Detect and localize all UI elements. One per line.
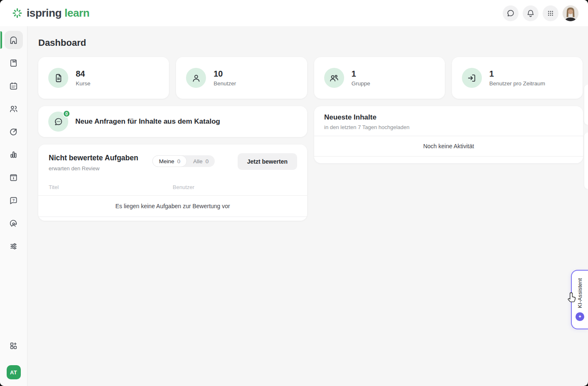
ai-assistant-tab[interactable]: KI-Assistent ✦ — [571, 270, 588, 329]
svg-text:?: ? — [12, 198, 15, 202]
users-icon — [9, 104, 18, 114]
stat-value: 1 — [489, 69, 545, 79]
chat-icon — [506, 9, 515, 18]
tab-count: 0 — [177, 158, 181, 164]
column-title: Titel — [49, 184, 59, 190]
ai-assistant-label: KI-Assistent — [577, 278, 583, 308]
ungraded-tasks-card: Nicht bewertete Aufgaben erwarten den Re… — [38, 144, 307, 221]
latest-content-title: Neueste Inhalte — [324, 113, 573, 122]
sidebar: ? — [0, 26, 27, 386]
tasks-empty-state: Es liegen keine Aufgaben zur Bewertung v… — [38, 195, 307, 217]
home-icon — [9, 35, 18, 45]
target-arrow-icon — [9, 127, 18, 137]
bell-icon — [526, 9, 535, 18]
login-icon — [462, 68, 482, 88]
stat-value: 84 — [76, 69, 90, 79]
book-icon — [9, 58, 18, 68]
sidebar-item-support[interactable] — [5, 214, 23, 232]
add-apps-icon — [9, 341, 18, 351]
apps-launcher-button[interactable] — [543, 5, 558, 21]
stat-card-users[interactable]: 10 Benutzer — [176, 57, 307, 99]
ispring-spinner-icon — [12, 7, 23, 19]
info-board-icon — [9, 173, 18, 182]
brand-logo[interactable]: ispring learn — [12, 7, 89, 20]
page-title: Dashboard — [38, 37, 86, 48]
stat-value: 1 — [352, 69, 370, 79]
tasks-filter-toggle: Meine 0 Alle 0 — [152, 155, 215, 167]
ungraded-tasks-title: Nicht bewertete Aufgaben — [49, 154, 138, 162]
person-icon — [186, 68, 206, 88]
sidebar-item-newsfeed[interactable] — [5, 168, 23, 187]
sidebar-item-calendar[interactable] — [5, 77, 23, 95]
stat-label: Benutzer — [213, 80, 236, 87]
person-orbit-icon — [9, 219, 18, 228]
group-icon — [324, 68, 344, 88]
sidebar-item-settings[interactable] — [5, 237, 23, 255]
calendar-icon — [9, 81, 18, 91]
latest-content-empty-state: Noch keine Aktivität — [314, 136, 583, 157]
latest-content-subtitle: in den letzten 7 Tagen hochgeladen — [324, 124, 573, 130]
sidebar-item-reports[interactable] — [5, 145, 23, 164]
sidebar-item-users[interactable] — [5, 100, 23, 118]
sidebar-item-courses[interactable] — [5, 54, 23, 72]
catalog-requests-card[interactable]: 0 Neue Anfragen für Inhalte aus dem Kata… — [38, 106, 307, 137]
top-bar-actions — [503, 5, 578, 21]
tab-all-tasks[interactable]: Alle 0 — [187, 155, 215, 167]
tasks-table-header: Titel Benutzer — [49, 184, 297, 190]
stats-row: 84 Kurse 10 Benutzer — [38, 57, 583, 99]
sidebar-item-help[interactable]: ? — [5, 191, 23, 209]
app-window: ispring learn — [0, 0, 588, 386]
profile-avatar[interactable] — [563, 5, 578, 21]
top-bar: ispring learn — [0, 0, 588, 26]
latest-content-card: Neueste Inhalte in den letzten 7 Tagen h… — [314, 106, 583, 163]
tab-count: 0 — [206, 158, 209, 164]
peeking-card-edge — [584, 85, 588, 125]
sliders-icon — [9, 242, 18, 251]
requests-count-badge: 0 — [63, 110, 70, 117]
sidebar-item-add-widgets[interactable] — [5, 336, 23, 355]
tab-label: Meine — [159, 158, 174, 164]
rate-now-button[interactable]: Jetzt bewerten — [238, 153, 297, 170]
peeking-card-edge — [584, 132, 588, 189]
column-user: Benutzer — [173, 184, 194, 190]
stat-label: Gruppe — [352, 80, 370, 87]
document-icon — [48, 68, 68, 88]
stat-card-groups[interactable]: 1 Gruppe — [314, 57, 445, 99]
stat-label: Benutzer pro Zeitraum — [489, 80, 545, 87]
sparkle-icon: ✦ — [576, 312, 584, 321]
stat-label: Kurse — [76, 80, 90, 87]
tab-label: Alle — [193, 158, 203, 164]
stat-value: 10 — [213, 69, 236, 79]
notifications-button[interactable] — [523, 5, 538, 21]
ungraded-tasks-subtitle: erwarten den Review — [49, 165, 99, 172]
bar-chart-icon — [9, 150, 18, 159]
messages-button[interactable] — [503, 5, 519, 21]
workspace-avatar[interactable]: AT — [7, 365, 21, 379]
brand-name-secondary: learn — [65, 7, 89, 20]
sidebar-item-goals[interactable] — [5, 122, 23, 141]
stat-card-courses[interactable]: 84 Kurse — [38, 57, 169, 99]
main-content: Dashboard 84 Kurse — [28, 26, 588, 386]
brand-name-primary: ispring — [27, 7, 62, 20]
tab-my-tasks[interactable]: Meine 0 — [152, 155, 187, 167]
question-bubble-icon: ? — [9, 196, 18, 205]
apps-grid-icon — [546, 9, 555, 17]
catalog-requests-label: Neue Anfragen für Inhalte aus dem Katalo… — [75, 117, 220, 126]
sidebar-item-home[interactable] — [5, 31, 23, 49]
stat-card-logins[interactable]: 1 Benutzer pro Zeitraum — [452, 57, 583, 99]
